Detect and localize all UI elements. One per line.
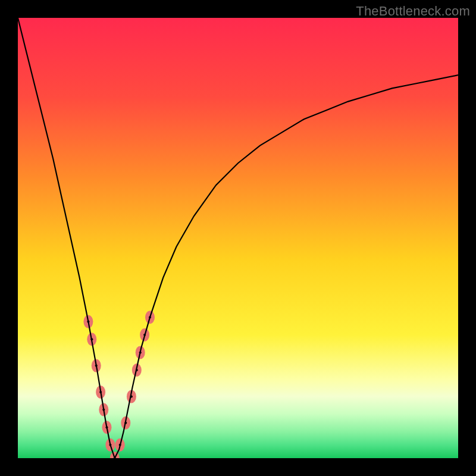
gradient-background [18, 18, 458, 458]
watermark-text: TheBottleneck.com [356, 4, 470, 19]
plot-area [18, 18, 458, 458]
chart-frame: TheBottleneck.com [0, 0, 476, 476]
chart-svg [18, 18, 458, 458]
